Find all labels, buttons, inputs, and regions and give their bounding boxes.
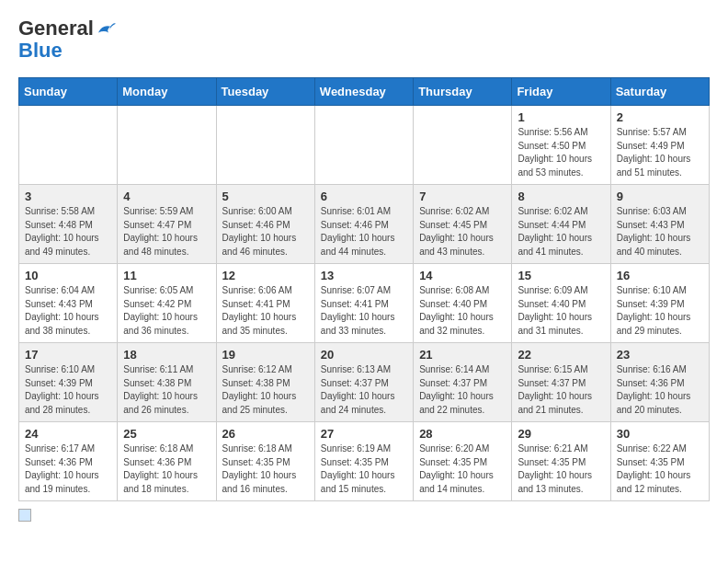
calendar-cell: 15Sunrise: 6:09 AM Sunset: 4:40 PM Dayli… bbox=[512, 264, 610, 343]
day-number: 1 bbox=[518, 110, 604, 124]
page: General Blue SundayMondayTuesdayWednesda… bbox=[0, 0, 728, 531]
day-info: Sunrise: 6:05 AM Sunset: 4:42 PM Dayligh… bbox=[123, 284, 210, 338]
day-number: 3 bbox=[25, 190, 111, 203]
calendar-cell bbox=[118, 106, 216, 185]
day-number: 10 bbox=[25, 269, 111, 282]
day-number: 8 bbox=[518, 190, 604, 203]
day-number: 5 bbox=[222, 190, 309, 203]
calendar-cell: 3Sunrise: 5:58 AM Sunset: 4:48 PM Daylig… bbox=[19, 185, 118, 264]
calendar-cell: 22Sunrise: 6:15 AM Sunset: 4:37 PM Dayli… bbox=[512, 343, 610, 422]
day-info: Sunrise: 6:10 AM Sunset: 4:39 PM Dayligh… bbox=[25, 363, 111, 417]
day-number: 19 bbox=[222, 348, 309, 362]
calendar-cell: 10Sunrise: 6:04 AM Sunset: 4:43 PM Dayli… bbox=[19, 264, 118, 343]
day-info: Sunrise: 6:02 AM Sunset: 4:44 PM Dayligh… bbox=[518, 205, 604, 259]
day-info: Sunrise: 6:11 AM Sunset: 4:38 PM Dayligh… bbox=[123, 363, 210, 417]
calendar-week-1: 3Sunrise: 5:58 AM Sunset: 4:48 PM Daylig… bbox=[19, 185, 710, 264]
day-info: Sunrise: 6:03 AM Sunset: 4:43 PM Dayligh… bbox=[617, 205, 703, 259]
day-number: 21 bbox=[419, 348, 506, 362]
day-info: Sunrise: 6:20 AM Sunset: 4:35 PM Dayligh… bbox=[419, 442, 506, 496]
calendar-cell: 27Sunrise: 6:19 AM Sunset: 4:35 PM Dayli… bbox=[314, 422, 413, 501]
col-header-wednesday: Wednesday bbox=[314, 78, 413, 106]
day-info: Sunrise: 6:06 AM Sunset: 4:41 PM Dayligh… bbox=[222, 284, 309, 338]
day-info: Sunrise: 5:56 AM Sunset: 4:50 PM Dayligh… bbox=[518, 126, 604, 179]
footer bbox=[18, 509, 710, 522]
calendar-cell: 20Sunrise: 6:13 AM Sunset: 4:37 PM Dayli… bbox=[314, 343, 413, 422]
day-number: 22 bbox=[518, 348, 604, 362]
calendar-cell: 9Sunrise: 6:03 AM Sunset: 4:43 PM Daylig… bbox=[610, 185, 709, 264]
logo-blue-text: Blue bbox=[18, 39, 63, 62]
calendar-cell: 17Sunrise: 6:10 AM Sunset: 4:39 PM Dayli… bbox=[19, 343, 118, 422]
calendar-cell: 25Sunrise: 6:18 AM Sunset: 4:36 PM Dayli… bbox=[118, 422, 216, 501]
day-info: Sunrise: 6:19 AM Sunset: 4:35 PM Dayligh… bbox=[321, 442, 407, 496]
calendar-cell: 28Sunrise: 6:20 AM Sunset: 4:35 PM Dayli… bbox=[414, 422, 512, 501]
day-info: Sunrise: 6:14 AM Sunset: 4:37 PM Dayligh… bbox=[419, 363, 506, 417]
col-header-monday: Monday bbox=[118, 78, 216, 106]
day-number: 15 bbox=[518, 269, 604, 282]
calendar-cell: 5Sunrise: 6:00 AM Sunset: 4:46 PM Daylig… bbox=[216, 185, 314, 264]
logo-bird-icon bbox=[96, 18, 116, 39]
calendar: SundayMondayTuesdayWednesdayThursdayFrid… bbox=[18, 77, 710, 501]
col-header-tuesday: Tuesday bbox=[216, 78, 314, 106]
day-info: Sunrise: 6:00 AM Sunset: 4:46 PM Dayligh… bbox=[222, 205, 309, 259]
day-info: Sunrise: 6:02 AM Sunset: 4:45 PM Dayligh… bbox=[419, 205, 506, 259]
col-header-saturday: Saturday bbox=[610, 78, 709, 106]
calendar-cell bbox=[414, 106, 512, 185]
day-number: 9 bbox=[617, 190, 703, 203]
calendar-cell: 30Sunrise: 6:22 AM Sunset: 4:35 PM Dayli… bbox=[610, 422, 709, 501]
calendar-cell: 12Sunrise: 6:06 AM Sunset: 4:41 PM Dayli… bbox=[216, 264, 314, 343]
calendar-body: 1Sunrise: 5:56 AM Sunset: 4:50 PM Daylig… bbox=[19, 106, 710, 501]
logo-general-text: General bbox=[18, 18, 94, 39]
day-info: Sunrise: 6:22 AM Sunset: 4:35 PM Dayligh… bbox=[617, 442, 703, 496]
day-number: 13 bbox=[321, 269, 407, 282]
day-number: 30 bbox=[617, 427, 703, 441]
day-info: Sunrise: 6:16 AM Sunset: 4:36 PM Dayligh… bbox=[617, 363, 703, 417]
header: General Blue bbox=[18, 18, 710, 63]
day-info: Sunrise: 6:10 AM Sunset: 4:39 PM Dayligh… bbox=[617, 284, 703, 338]
calendar-header: SundayMondayTuesdayWednesdayThursdayFrid… bbox=[19, 78, 710, 106]
calendar-cell: 21Sunrise: 6:14 AM Sunset: 4:37 PM Dayli… bbox=[414, 343, 512, 422]
calendar-cell bbox=[19, 106, 118, 185]
day-info: Sunrise: 6:09 AM Sunset: 4:40 PM Dayligh… bbox=[518, 284, 604, 338]
day-number: 7 bbox=[419, 190, 506, 203]
day-info: Sunrise: 6:07 AM Sunset: 4:41 PM Dayligh… bbox=[321, 284, 407, 338]
day-info: Sunrise: 6:08 AM Sunset: 4:40 PM Dayligh… bbox=[419, 284, 506, 338]
day-info: Sunrise: 6:18 AM Sunset: 4:36 PM Dayligh… bbox=[123, 442, 210, 496]
calendar-cell: 2Sunrise: 5:57 AM Sunset: 4:49 PM Daylig… bbox=[610, 106, 709, 185]
calendar-cell: 26Sunrise: 6:18 AM Sunset: 4:35 PM Dayli… bbox=[216, 422, 314, 501]
day-info: Sunrise: 6:01 AM Sunset: 4:46 PM Dayligh… bbox=[321, 205, 407, 259]
daylight-legend-box bbox=[18, 509, 31, 522]
day-number: 6 bbox=[321, 190, 407, 203]
logo: General Blue bbox=[18, 18, 116, 63]
calendar-cell: 16Sunrise: 6:10 AM Sunset: 4:39 PM Dayli… bbox=[610, 264, 709, 343]
day-info: Sunrise: 5:58 AM Sunset: 4:48 PM Dayligh… bbox=[25, 205, 111, 259]
calendar-week-0: 1Sunrise: 5:56 AM Sunset: 4:50 PM Daylig… bbox=[19, 106, 710, 185]
calendar-cell: 29Sunrise: 6:21 AM Sunset: 4:35 PM Dayli… bbox=[512, 422, 610, 501]
day-number: 17 bbox=[25, 348, 111, 362]
header-row: SundayMondayTuesdayWednesdayThursdayFrid… bbox=[19, 78, 710, 106]
calendar-cell bbox=[314, 106, 413, 185]
calendar-cell: 7Sunrise: 6:02 AM Sunset: 4:45 PM Daylig… bbox=[414, 185, 512, 264]
calendar-cell bbox=[216, 106, 314, 185]
day-number: 27 bbox=[321, 427, 407, 441]
calendar-cell: 6Sunrise: 6:01 AM Sunset: 4:46 PM Daylig… bbox=[314, 185, 413, 264]
calendar-cell: 24Sunrise: 6:17 AM Sunset: 4:36 PM Dayli… bbox=[19, 422, 118, 501]
calendar-cell: 18Sunrise: 6:11 AM Sunset: 4:38 PM Dayli… bbox=[118, 343, 216, 422]
day-number: 20 bbox=[321, 348, 407, 362]
calendar-week-3: 17Sunrise: 6:10 AM Sunset: 4:39 PM Dayli… bbox=[19, 343, 710, 422]
col-header-friday: Friday bbox=[512, 78, 610, 106]
day-number: 25 bbox=[123, 427, 210, 441]
day-info: Sunrise: 6:13 AM Sunset: 4:37 PM Dayligh… bbox=[321, 363, 407, 417]
calendar-cell: 19Sunrise: 6:12 AM Sunset: 4:38 PM Dayli… bbox=[216, 343, 314, 422]
day-info: Sunrise: 6:12 AM Sunset: 4:38 PM Dayligh… bbox=[222, 363, 309, 417]
calendar-cell: 4Sunrise: 5:59 AM Sunset: 4:47 PM Daylig… bbox=[118, 185, 216, 264]
calendar-cell: 14Sunrise: 6:08 AM Sunset: 4:40 PM Dayli… bbox=[414, 264, 512, 343]
day-info: Sunrise: 6:15 AM Sunset: 4:37 PM Dayligh… bbox=[518, 363, 604, 417]
day-info: Sunrise: 6:17 AM Sunset: 4:36 PM Dayligh… bbox=[25, 442, 111, 496]
day-info: Sunrise: 6:04 AM Sunset: 4:43 PM Dayligh… bbox=[25, 284, 111, 338]
day-info: Sunrise: 6:18 AM Sunset: 4:35 PM Dayligh… bbox=[222, 442, 309, 496]
day-number: 29 bbox=[518, 427, 604, 441]
day-number: 24 bbox=[25, 427, 111, 441]
day-number: 4 bbox=[123, 190, 210, 203]
calendar-cell: 11Sunrise: 6:05 AM Sunset: 4:42 PM Dayli… bbox=[118, 264, 216, 343]
col-header-sunday: Sunday bbox=[19, 78, 118, 106]
